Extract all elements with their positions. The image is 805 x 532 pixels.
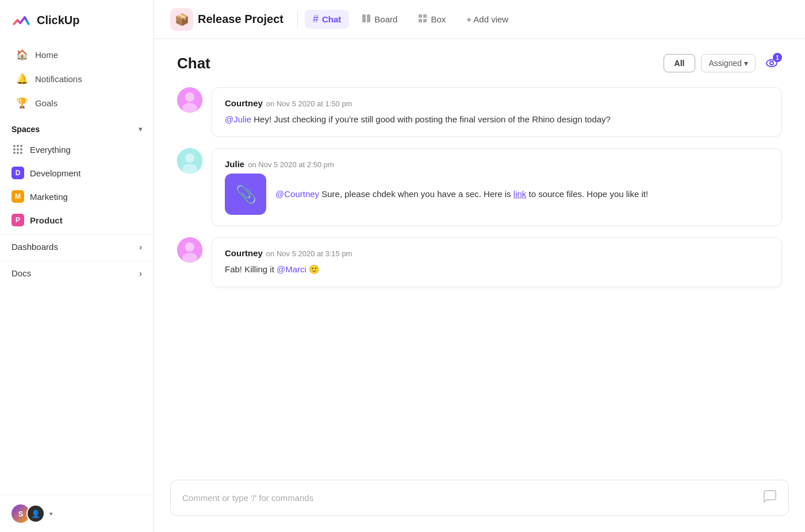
logo[interactable]: ClickUp [0, 0, 154, 40]
msg-body-1: @Julie Hey! Just checking if you're stil… [225, 113, 769, 126]
msg-mention-2: @Courtney [275, 189, 319, 199]
svg-point-8 [20, 152, 22, 154]
goals-label: Goals [35, 98, 57, 108]
main-content: 📦 Release Project # Chat Board Box + Add… [154, 0, 805, 532]
svg-point-24 [185, 242, 194, 252]
add-view-button[interactable]: + Add view [458, 11, 516, 28]
user-footer[interactable]: S 👤 ▾ [0, 495, 154, 532]
svg-rect-12 [423, 14, 427, 18]
svg-rect-14 [423, 19, 427, 22]
sidebar-item-home[interactable]: 🏠 Home [5, 43, 149, 67]
message-meta-1: Courtney on Nov 5 2020 at 1:50 pm [225, 98, 769, 108]
sidebar-item-notifications[interactable]: 🔔 Notifications [5, 67, 149, 91]
watch-count-badge: 1 [773, 53, 782, 62]
message-meta-3: Courtney on Nov 5 2020 at 3:15 pm [225, 248, 769, 258]
avatar-julie [177, 148, 202, 174]
svg-rect-11 [419, 14, 422, 18]
development-label: Development [30, 168, 80, 178]
home-icon: 🏠 [16, 49, 28, 61]
chat-header: Chat All Assigned ▾ 1 [154, 39, 805, 83]
svg-point-1 [17, 145, 19, 147]
tab-board[interactable]: Board [354, 10, 405, 28]
sidebar-item-dashboards[interactable]: Dashboards › [0, 234, 154, 259]
filter-all-button[interactable]: All [664, 54, 696, 72]
svg-rect-13 [419, 19, 422, 22]
svg-point-16 [770, 61, 773, 65]
add-view-label: + Add view [466, 14, 508, 24]
avatar-courtney-2 [177, 237, 202, 263]
chat-hash-icon: # [313, 13, 319, 25]
project-title: Release Project [198, 13, 283, 26]
home-label: Home [35, 50, 58, 60]
attachment-text: @Courtney Sure, please chdek when you ha… [275, 174, 648, 215]
watch-button[interactable]: 1 [761, 53, 782, 74]
chat-area: Chat All Assigned ▾ 1 [154, 39, 805, 532]
avatar-user-dark: 👤 [26, 504, 45, 523]
svg-point-6 [13, 152, 16, 154]
messages-list: Courtney on Nov 5 2020 at 1:50 pm @Julie… [154, 83, 805, 480]
svg-point-3 [13, 148, 16, 151]
spaces-section-header[interactable]: Spaces ▾ [0, 118, 154, 137]
svg-point-4 [17, 148, 19, 151]
msg-mention-3: @Marci [277, 264, 306, 274]
chevron-right-icon-docs: › [139, 268, 142, 278]
sidebar-item-development[interactable]: D Development [0, 161, 154, 184]
bell-icon: 🔔 [16, 73, 28, 85]
tab-box[interactable]: Box [410, 10, 454, 28]
svg-rect-10 [367, 14, 370, 22]
message-bubble-2: Julie on Nov 5 2020 at 2:50 pm 📎 @Courtn… [212, 148, 782, 226]
msg-author-3: Courtney [225, 248, 263, 258]
topbar: 📦 Release Project # Chat Board Box + Add… [154, 0, 805, 39]
tab-chat[interactable]: # Chat [305, 10, 349, 29]
clickup-logo-icon [12, 10, 31, 30]
msg-body-3: Fab! Killing it @Marci 🙂 [225, 263, 769, 276]
msg-time-2: on Nov 5 2020 at 2:50 pm [248, 160, 334, 169]
app-name: ClickUp [37, 14, 79, 27]
msg-text-before: Sure, please chdek when you have a sec. … [319, 189, 513, 199]
msg-text-3: Fab! Killing it [225, 264, 277, 274]
svg-point-18 [185, 92, 194, 102]
box-icon [418, 14, 427, 25]
attachment-icon: 📎 [225, 174, 266, 215]
svg-point-21 [185, 153, 194, 163]
notifications-label: Notifications [35, 74, 82, 84]
attachment-block: 📎 @Courtney Sure, please chdek when you … [225, 174, 769, 215]
comment-box-wrap: Comment or type '/' for commands [154, 480, 805, 532]
sidebar-item-goals[interactable]: 🏆 Goals [5, 91, 149, 115]
msg-text-1: Hey! Just checking if you're still good … [251, 114, 611, 124]
msg-emoji-3: 🙂 [309, 264, 320, 274]
footer-chevron-icon: ▾ [49, 510, 53, 518]
svg-point-0 [13, 145, 16, 147]
message-meta-2: Julie on Nov 5 2020 at 2:50 pm [225, 159, 769, 169]
message-row: Courtney on Nov 5 2020 at 3:15 pm Fab! K… [177, 237, 782, 287]
sidebar-nav: 🏠 Home 🔔 Notifications 🏆 Goals [0, 40, 154, 118]
msg-time-3: on Nov 5 2020 at 3:15 pm [266, 249, 352, 258]
chevron-down-icon-filter: ▾ [744, 59, 748, 68]
tab-chat-label: Chat [322, 14, 341, 24]
board-icon [362, 14, 371, 25]
development-badge: D [12, 167, 24, 179]
chevron-down-icon: ▾ [139, 125, 142, 133]
spaces-list: Everything D Development M Marketing P P… [0, 137, 154, 232]
sidebar-item-docs[interactable]: Docs › [0, 261, 154, 285]
message-bubble-3: Courtney on Nov 5 2020 at 3:15 pm Fab! K… [212, 237, 782, 287]
comment-icon [763, 489, 777, 506]
chevron-right-icon: › [139, 242, 142, 252]
msg-link[interactable]: link [513, 189, 527, 199]
sidebar-item-everything[interactable]: Everything [0, 138, 154, 161]
assigned-label: Assigned [708, 59, 742, 68]
sidebar-item-marketing[interactable]: M Marketing [0, 185, 154, 208]
dashboards-label: Dashboards [12, 242, 58, 252]
message-row: Courtney on Nov 5 2020 at 1:50 pm @Julie… [177, 87, 782, 137]
message-bubble-1: Courtney on Nov 5 2020 at 1:50 pm @Julie… [212, 87, 782, 137]
trophy-icon: 🏆 [16, 97, 28, 109]
svg-rect-9 [362, 14, 366, 22]
chat-header-controls: All Assigned ▾ 1 [664, 53, 782, 74]
sidebar: ClickUp 🏠 Home 🔔 Notifications 🏆 Goals S… [0, 0, 154, 532]
msg-mention-1: @Julie [225, 114, 251, 124]
svg-point-2 [20, 145, 22, 147]
message-row: Julie on Nov 5 2020 at 2:50 pm 📎 @Courtn… [177, 148, 782, 226]
filter-assigned-button[interactable]: Assigned ▾ [701, 54, 756, 72]
sidebar-item-product[interactable]: P Product [0, 209, 154, 232]
comment-box[interactable]: Comment or type '/' for commands [170, 480, 789, 516]
